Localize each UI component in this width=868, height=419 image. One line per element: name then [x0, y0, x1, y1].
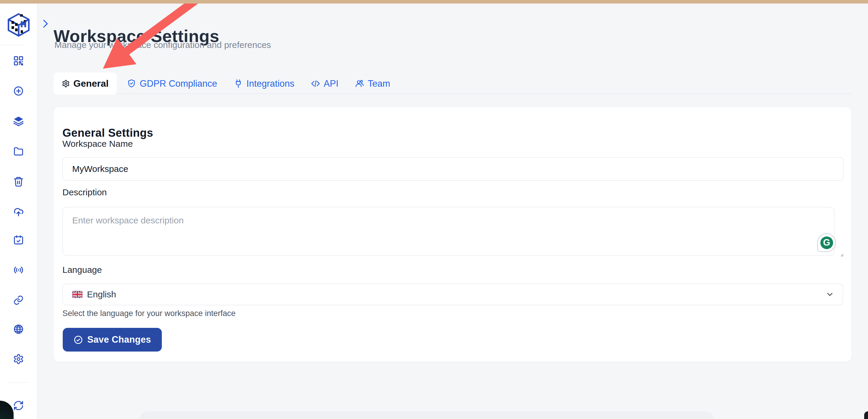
tab-api[interactable]: API — [311, 79, 338, 89]
folder-icon[interactable] — [11, 144, 26, 159]
globe-icon[interactable] — [11, 321, 26, 337]
chevron-down-icon — [826, 290, 834, 299]
general-settings-card: General Settings Workspace Name Descript… — [54, 107, 851, 362]
workspace-settings-page: Workspace Settings Manage your workspace… — [0, 0, 868, 419]
workspace-name-label: Workspace Name — [62, 139, 133, 149]
cloud-upload-icon[interactable] — [11, 204, 26, 219]
calendar-check-icon[interactable] — [11, 232, 26, 247]
language-helper-text: Select the language for your workspace i… — [62, 308, 236, 319]
tab-label: General — [73, 78, 108, 89]
tab-general[interactable]: General — [54, 72, 117, 95]
tab-label: Team — [368, 79, 390, 89]
language-label: Language — [62, 265, 102, 275]
users-icon — [355, 79, 364, 88]
gear-icon[interactable] — [11, 351, 26, 367]
tab-bar: General GDPR Compliance Integrations API… — [54, 72, 390, 95]
language-select[interactable]: English — [62, 283, 843, 305]
tab-label: Integrations — [246, 79, 294, 89]
sidebar-divider — [8, 382, 29, 383]
textarea-resize-handle[interactable] — [837, 250, 844, 258]
bottom-band — [139, 411, 714, 419]
qr-code-icon[interactable] — [11, 53, 26, 68]
trash-icon[interactable] — [11, 174, 26, 189]
uk-flag-icon — [72, 291, 83, 298]
chevron-right-icon[interactable] — [39, 18, 51, 30]
save-changes-button[interactable]: Save Changes — [63, 328, 162, 352]
grammarly-icon[interactable]: G — [817, 233, 836, 252]
section-title: General Settings — [62, 126, 153, 140]
window-top-strip — [0, 0, 868, 4]
plus-circle-icon[interactable] — [11, 83, 26, 98]
broadcast-icon[interactable] — [11, 262, 26, 277]
shield-check-icon — [127, 79, 136, 88]
save-button-label: Save Changes — [87, 334, 151, 345]
link-icon[interactable] — [11, 292, 26, 308]
language-select-value: English — [87, 290, 116, 299]
plug-icon — [234, 79, 243, 88]
grammarly-g-letter: G — [820, 236, 833, 249]
tab-gdpr-compliance[interactable]: GDPR Compliance — [127, 79, 217, 89]
code-icon — [311, 79, 320, 88]
sidebar-divider — [0, 45, 26, 45]
gear-icon — [62, 80, 70, 88]
bottom-right-dark-corner — [864, 411, 868, 419]
tab-integrations[interactable]: Integrations — [234, 79, 294, 89]
tab-team[interactable]: Team — [355, 79, 390, 89]
description-textarea[interactable] — [62, 207, 835, 256]
app-logo[interactable] — [6, 12, 31, 38]
check-circle-icon — [73, 335, 83, 345]
tab-label: API — [324, 79, 338, 89]
page-subtitle: Manage your workspace configuration and … — [55, 39, 271, 51]
workspace-name-input[interactable] — [62, 157, 844, 181]
description-label: Description — [62, 187, 107, 198]
layers-icon[interactable] — [11, 113, 26, 129]
sidebar — [0, 4, 37, 419]
tab-label: GDPR Compliance — [140, 79, 217, 89]
